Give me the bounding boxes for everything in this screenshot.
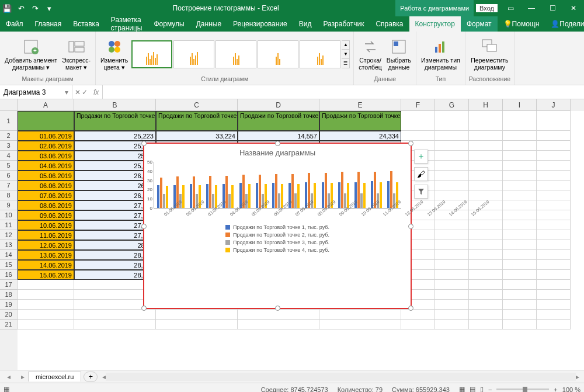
cell[interactable] [435,230,469,240]
zoom-level[interactable]: 100 % [562,386,580,393]
cell[interactable] [503,171,537,181]
cell[interactable] [401,310,435,320]
undo-icon[interactable]: ↶ [14,1,28,15]
chart-filters-button[interactable] [414,185,428,199]
cell[interactable] [435,111,469,131]
gallery-scroll[interactable]: ▲▼☰ [342,40,350,68]
zoom-in-button[interactable]: + [554,386,557,393]
row-header[interactable]: 3 [0,141,18,151]
cell[interactable]: 06.06.2019 [18,181,74,190]
cell[interactable] [503,111,537,131]
cell[interactable]: 02.06.2019 [18,141,74,151]
cell[interactable] [537,161,571,171]
cell[interactable] [503,260,537,270]
cell[interactable] [537,141,571,151]
cell[interactable]: Продажи по Торговой точке 3, тыс. руб. [238,111,319,131]
sheet-nav-next[interactable]: ▸ [18,373,28,381]
cell[interactable] [503,200,537,210]
horizontal-scrollbar[interactable]: ◂▸ [102,373,579,381]
cell[interactable] [537,210,571,220]
row-header[interactable]: 14 [0,250,18,260]
cell[interactable] [469,171,503,181]
cell[interactable] [469,300,503,310]
cell[interactable] [469,111,503,131]
col-header[interactable]: C [156,99,238,111]
cell[interactable] [435,131,469,141]
login-button[interactable]: Вход [476,4,498,12]
cell[interactable] [18,290,74,300]
save-icon[interactable]: 💾 [0,1,14,15]
cell[interactable]: 14.06.2019 [18,260,74,270]
col-header[interactable]: E [319,99,401,111]
tab-help[interactable]: Справка [370,16,409,32]
share-button[interactable]: 👤 Поделиться [545,16,584,32]
cell[interactable]: 01.06.2019 [18,131,74,141]
cell[interactable] [503,190,537,200]
cell[interactable] [503,151,537,161]
cell[interactable]: 10.06.2019 [18,220,74,230]
cell[interactable] [469,260,503,270]
cell[interactable] [537,181,571,190]
cell[interactable] [401,131,435,141]
cell[interactable] [469,220,503,230]
cell[interactable] [469,181,503,190]
tab-file[interactable]: Файл [0,16,29,32]
tab-dev[interactable]: Разработчик [317,16,370,32]
cell[interactable] [435,300,469,310]
rec-macro-icon[interactable]: ▦ [4,386,9,392]
cell[interactable] [503,131,537,141]
cell[interactable] [435,141,469,151]
qat-customize-icon[interactable]: ▾ [42,1,56,15]
cell[interactable] [435,171,469,181]
col-header[interactable]: I [503,99,537,111]
tab-layout[interactable]: Разметка страницы [105,16,148,32]
legend-item[interactable]: Продажи по Торговой точке 3, тыс. руб. [225,240,329,245]
zoom-slider[interactable] [496,388,549,390]
cell[interactable] [503,320,537,329]
cell[interactable] [537,131,571,141]
tab-view[interactable]: Вид [293,16,318,32]
cell[interactable]: Продажи по Торговой точке 4, тыс. руб. [319,111,401,131]
cell[interactable]: 03.06.2019 [18,151,74,161]
express-layout-button[interactable]: Экспресс- макет ▾ [61,37,92,72]
row-header[interactable]: 15 [0,260,18,270]
cell[interactable] [503,290,537,300]
cell[interactable] [537,190,571,200]
redo-icon[interactable]: ↷ [28,1,42,15]
cell[interactable]: 15.06.2019 [18,270,74,280]
cell[interactable]: 25,223 [74,131,156,141]
cell[interactable] [469,290,503,300]
tab-review[interactable]: Рецензирование [227,16,293,32]
cell[interactable] [156,310,238,320]
cell[interactable] [156,320,238,329]
cell[interactable] [537,280,571,290]
chart-plot-area[interactable]: 01020304050 01.06.201902.06.201903.06.20… [144,159,411,221]
chart-style-2[interactable] [173,40,214,68]
cell[interactable] [469,280,503,290]
view-break-icon[interactable]: ▯ [480,386,484,392]
add-chart-element-button[interactable]: + Добавить элемент диаграммы ▾ [4,37,58,72]
chart-elements-button[interactable]: ＋ [414,150,428,164]
ribbon-options-icon[interactable]: ▭ [500,0,521,16]
cell[interactable] [469,270,503,280]
cell[interactable] [74,320,156,329]
add-sheet-button[interactable]: + [84,372,98,382]
cell[interactable] [469,320,503,329]
legend-item[interactable]: Продажи по Торговой точке 2, тыс. руб. [225,232,329,238]
cell[interactable] [469,190,503,200]
chart-legend[interactable]: Продажи по Торговой точке 1, тыс. руб.Пр… [144,221,411,256]
row-header[interactable]: 6 [0,171,18,181]
cell[interactable] [503,240,537,250]
cell[interactable] [18,111,74,131]
row-header[interactable]: 19 [0,300,18,310]
cell[interactable] [238,320,319,329]
cell[interactable]: 33,224 [156,131,238,141]
cell[interactable]: 13.06.2019 [18,250,74,260]
view-page-icon[interactable]: ▤ [470,386,475,392]
cell[interactable] [435,240,469,250]
minimize-icon[interactable]: — [521,0,542,16]
cell[interactable] [469,230,503,240]
cell[interactable] [74,310,156,320]
cell[interactable] [503,310,537,320]
cell[interactable] [469,131,503,141]
